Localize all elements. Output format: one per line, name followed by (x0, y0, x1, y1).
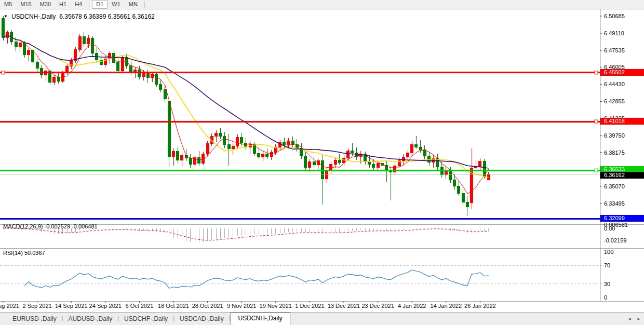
macd-indicator-label: MACD(12,26,9) -0.002529 -0.006481 (3, 223, 98, 229)
toolbar-separator (89, 1, 89, 8)
timeframe-button-mn[interactable]: MN (125, 0, 142, 9)
price-tick-label: 6.50685 (604, 13, 625, 19)
price-tick-label: 6.35070 (604, 183, 625, 189)
macd-tick-label: -0.02159 (604, 237, 626, 243)
timeframe-toolbar: M5M15M30H1H4D1W1MN (0, 0, 644, 9)
rsi-tick-label: 100 (604, 249, 613, 255)
timeframe-button-m5[interactable]: M5 (0, 0, 16, 9)
timeframe-button-m15[interactable]: M15 (16, 0, 35, 9)
tab-scroll-left-icon[interactable]: ◄ (627, 317, 632, 321)
symbol-dropdown-icon[interactable]: ▼ (4, 14, 8, 19)
candlestick-plot[interactable] (0, 9, 644, 312)
hline-handle[interactable] (595, 71, 598, 74)
timeframe-button-w1[interactable]: W1 (108, 0, 125, 9)
price-tag-6.41018: 6.41018 (600, 118, 644, 125)
ohlc-readout: 6.35678 6.36389 6.35661 6.36162 (59, 13, 155, 20)
chart-title: ▼ USDCNH-,Daily 6.35678 6.36389 6.35661 … (4, 13, 155, 20)
price-tag-6.45502: 6.45502 (600, 69, 644, 76)
timeframe-button-d1[interactable]: D1 (92, 0, 108, 9)
chart-tab-usdcnhdaily[interactable]: USDCNH-,Daily (231, 312, 290, 325)
date-tick-label: 26 Jan 2022 (457, 303, 503, 309)
timeframe-button-h4[interactable]: H4 (71, 0, 86, 9)
toolbar-separator (144, 1, 145, 8)
price-tick-label: 6.39750 (604, 132, 625, 139)
symbol-name: USDCNH-,Daily (11, 13, 56, 20)
macd-tick-label: 0.00 (604, 225, 615, 232)
symbol-tabbar: EURUSD-,Daily|AUDUSD-,Daily|USDCHF-,Dail… (0, 312, 644, 325)
timeframe-button-m30[interactable]: M30 (36, 0, 55, 9)
chart-tab-usdchfdaily[interactable]: USDCHF-,Daily (119, 313, 173, 325)
rsi-line (24, 270, 489, 288)
macd-histogram (3, 228, 489, 242)
price-tick-label: 6.42855 (604, 98, 625, 104)
price-tag-6.36162: 6.36162 (600, 172, 644, 179)
price-tick-label: 6.38175 (604, 150, 625, 156)
rsi-tick-label: 70 (604, 262, 610, 268)
rsi-indicator-label: RSI(14) 50.0367 (3, 250, 45, 256)
price-tick-label: 6.49110 (604, 30, 624, 36)
candles (2, 16, 490, 216)
hline-handle[interactable] (595, 169, 598, 172)
rsi-tick-label: 0 (604, 294, 607, 301)
hline-handle[interactable] (2, 71, 5, 74)
tab-scroll-right-icon[interactable]: ► (637, 317, 641, 321)
chart-tab-audusddaily[interactable]: AUDUSD-,Daily (63, 313, 118, 325)
timeframe-button-h1[interactable]: H1 (55, 0, 71, 9)
chart-tab-usdcaddaily[interactable]: USDCAD-,Daily (175, 313, 229, 325)
chart-window[interactable]: ▼ USDCNH-,Daily 6.35678 6.36389 6.35661 … (0, 9, 644, 312)
price-tag-6.32099: 6.32099 (600, 215, 644, 222)
hline-handle[interactable] (595, 120, 598, 123)
price-tick-label: 6.33495 (604, 200, 625, 207)
rsi-tick-label: 30 (604, 281, 610, 287)
chart-tab-eurusddaily[interactable]: EURUSD-,Daily (7, 313, 62, 325)
price-tick-label: 6.47535 (604, 47, 625, 53)
price-tick-label: 6.44430 (604, 81, 625, 87)
